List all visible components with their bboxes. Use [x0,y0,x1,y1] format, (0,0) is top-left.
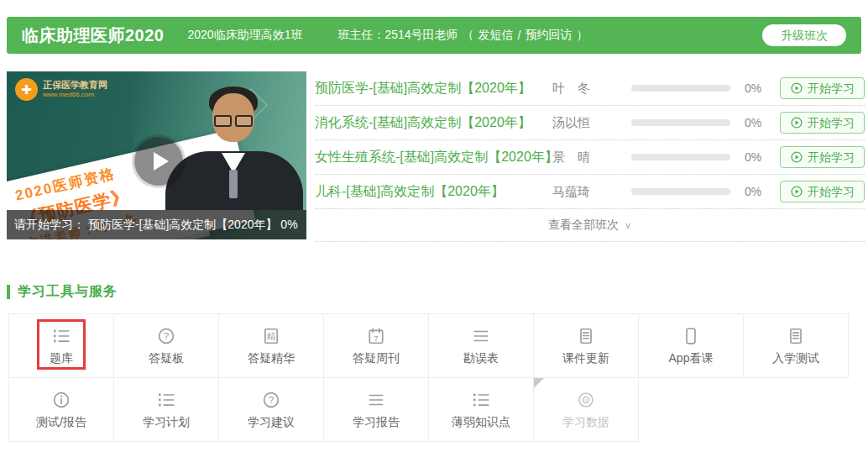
play-button-icon[interactable] [134,137,183,186]
document-icon [787,326,805,346]
course-teacher: 景 晴 [552,150,626,166]
manager-label: 班主任：2514号田老师 [337,28,458,43]
start-learning-button[interactable]: 开始学习 [780,146,865,169]
section-accent-bar [7,285,10,299]
course-row: 儿科-[基础]高效定制【2020年】 马蕴琦 0% 开始学习 [315,175,865,209]
play-circle-icon [790,116,803,129]
course-title-link[interactable]: 消化系统-[基础]高效定制【2020年】 [315,114,552,132]
course-teacher: 马蕴琦 [552,184,626,200]
send-sms-link[interactable]: 发短信 [478,28,514,43]
question-circle-icon: ? [157,326,175,346]
svg-text:?: ? [164,331,169,341]
tool-item[interactable]: 测试/报告 [9,378,114,442]
course-progress-percent: 0% [745,81,773,95]
class-name: 2020临床助理高效1班 [188,28,303,43]
tool-item-label: 学习计划 [143,415,190,430]
tool-item-label: 题库 [50,351,73,366]
tool-item-label: App看课 [669,351,714,366]
tools-grid: 题库 ? 答疑板 精 答疑精华 7 答疑周刊 勘误表 课件更新 App看课 入学… [8,313,850,442]
tool-item[interactable]: 7 答疑周刊 [324,314,429,378]
question-circle-icon: ? [262,390,280,410]
tool-item[interactable]: 学习计划 [114,378,219,442]
list-icon [472,390,490,410]
paren-open: （ [463,28,474,43]
start-learning-label: 开始学习 [808,116,855,130]
tool-item-label: 课件更新 [562,351,609,366]
med66-logo-icon: ✚ [15,78,38,101]
tool-item[interactable]: 薄弱知识点 [429,378,534,442]
progress-bar [631,188,730,195]
callback-link[interactable]: 预约回访 [525,28,572,43]
link-divider: / [518,29,521,42]
start-learning-label: 开始学习 [808,150,855,165]
page: 临床助理医师2020 2020临床助理高效1班 班主任：2514号田老师 （ 发… [0,0,868,452]
start-learning-label: 开始学习 [808,81,855,96]
course-list: 预防医学-[基础]高效定制【2020年】 叶 冬 0% 开始学习 消化系统-[基… [315,71,865,242]
tool-item[interactable]: 课件更新 [534,314,639,378]
logo-text: 正保医学教育网 [43,80,107,91]
tool-item[interactable]: ? 答疑板 [114,314,219,378]
play-circle-icon [790,81,803,95]
progress-bar [631,85,730,92]
play-circle-icon [790,185,803,198]
play-circle-icon [790,150,803,164]
course-title-link[interactable]: 预防医学-[基础]高效定制【2020年】 [315,80,552,97]
course-row: 消化系统-[基础]高效定制【2020年】 汤以恒 0% 开始学习 [315,106,865,140]
svg-text:精: 精 [267,331,276,340]
jing-badge-icon: 精 [262,326,280,346]
course-video-thumbnail[interactable]: 2020医师资格 《预防医学》 主讲老师：叶 冬 ✚ 正保医学教育网 www.m… [7,71,306,239]
corner-marker [534,378,544,388]
tool-item[interactable]: ? 学习建议 [219,378,324,442]
class-header-bar: 临床助理医师2020 2020临床助理高效1班 班主任：2514号田老师 （ 发… [7,17,861,54]
course-row: 预防医学-[基础]高效定制【2020年】 叶 冬 0% 开始学习 [315,71,865,106]
tool-item-label: 学习数据 [562,415,609,430]
tool-item-label: 入学测试 [772,351,819,366]
course-teacher: 叶 冬 [552,81,626,97]
phone-icon [682,326,700,346]
start-learning-button[interactable]: 开始学习 [780,181,865,203]
progress-bar [631,119,730,126]
svg-text:?: ? [269,395,274,405]
lines-icon [472,326,490,346]
tool-item[interactable]: 入学测试 [744,314,849,378]
course-row: 女性生殖系统-[基础]高效定制【2020年】 景 晴 0% 开始学习 [315,140,865,175]
target-icon [577,390,595,410]
course-teacher: 汤以恒 [552,115,626,131]
info-circle-icon [52,390,71,410]
empty-cell [639,378,849,442]
video-caption: 请开始学习： 预防医学-[基础]高效定制【2020年】 0% [7,210,306,239]
course-title-link[interactable]: 儿科-[基础]高效定制【2020年】 [315,183,552,201]
start-learning-label: 开始学习 [808,185,855,199]
lines-icon [367,390,385,410]
tool-item-label: 答疑板 [149,351,184,366]
tools-row-1: 题库 ? 答疑板 精 答疑精华 7 答疑周刊 勘误表 课件更新 App看课 入学… [9,314,850,378]
document-icon [577,326,595,346]
course-title-link[interactable]: 女性生殖系统-[基础]高效定制【2020年】 [315,149,552,166]
tool-item-label: 学习建议 [248,415,295,430]
svg-text:7: 7 [374,334,378,342]
tool-item-label: 答疑周刊 [353,351,400,366]
list-icon [52,326,71,346]
tool-item-label: 学习报告 [353,415,400,430]
tool-item[interactable]: 勘误表 [429,314,534,378]
view-all-label: 查看全部班次 [548,218,619,233]
med66-logo: ✚ 正保医学教育网 www.med66.com [15,78,107,101]
tool-item[interactable]: 学习数据 [534,378,639,442]
tool-item[interactable]: 精 答疑精华 [219,314,324,378]
progress-bar [631,154,730,160]
section-title: 学习工具与服务 [18,283,118,301]
teacher-photo [162,85,306,210]
upgrade-class-button[interactable]: 升级班次 [762,24,846,46]
tool-item[interactable]: 学习报告 [324,378,429,442]
chevron-down-icon: ∨ [625,220,631,231]
page-title: 临床助理医师2020 [22,24,165,47]
course-progress-percent: 0% [745,150,773,164]
calendar-icon: 7 [367,326,385,346]
start-learning-button[interactable]: 开始学习 [780,112,865,134]
course-progress-percent: 0% [745,185,773,198]
tool-item[interactable]: App看课 [639,314,744,378]
start-learning-button[interactable]: 开始学习 [780,77,865,100]
view-all-classes-button[interactable]: 查看全部班次∨ [315,209,865,242]
glasses [214,115,253,127]
tool-item[interactable]: 题库 [9,314,114,378]
